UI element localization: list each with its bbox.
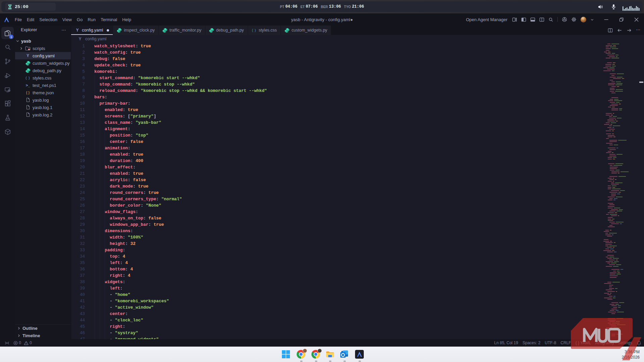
svg-text:⚙: ⚙	[28, 49, 30, 50]
